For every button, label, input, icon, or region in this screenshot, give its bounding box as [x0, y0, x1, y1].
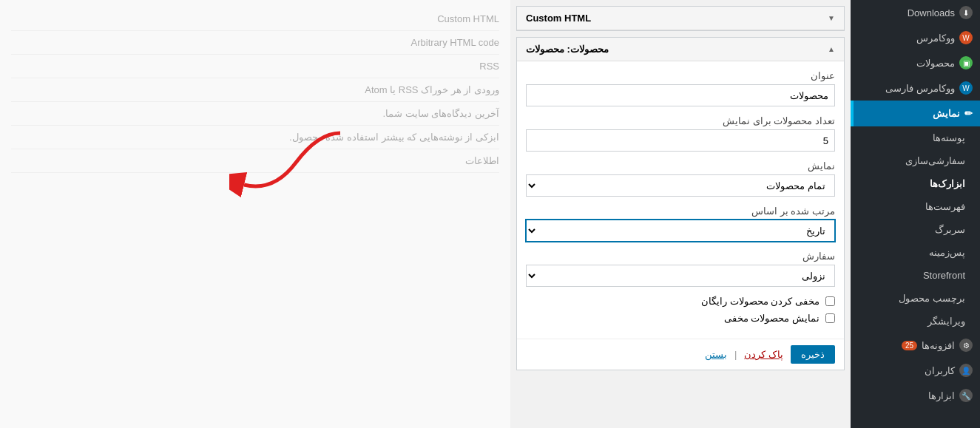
sort-field-row: مرتب شده بر اساس تاریخ	[526, 205, 835, 242]
widget-title: Custom HTML	[526, 13, 591, 24]
sidebar-item-label: پوسته‌ها	[933, 132, 965, 143]
info-rss-label: RSS	[479, 61, 499, 72]
main-area: ▼ Custom HTML ▲ محصولات: محصولات عنوان ت…	[0, 0, 851, 428]
sidebar-item-widgets[interactable]: ابزارک‌ها	[851, 172, 980, 195]
display-select[interactable]: تمام محصولات	[526, 174, 835, 197]
info-rss[interactable]: RSS	[11, 55, 499, 78]
sidebar-item-product-label[interactable]: برچسب محصول	[851, 287, 980, 310]
sidebar-item-label: فهرست‌ها	[925, 201, 965, 212]
woo-icon: W	[959, 31, 973, 44]
info-atom[interactable]: ورودی از هر خوراک RSS یا Atom	[11, 78, 499, 102]
sidebar-item-label: ابزارها	[928, 390, 955, 401]
info-details-label: اطلاعات	[465, 155, 499, 166]
sort-label: مرتب شده بر اساس	[526, 205, 835, 217]
display-label: نمایش	[526, 160, 835, 171]
sidebar: ⬇ Downloads W ووکامرس ▣ محصولات W ووکامر…	[851, 0, 980, 428]
title-label: عنوان	[526, 70, 835, 81]
sidebar-item-label: پس‌زمینه	[929, 247, 965, 258]
count-field-row: تعداد محصولات برای نمایش	[526, 115, 835, 152]
show-hidden-row: نمایش محصولات مخفی	[526, 313, 835, 324]
sidebar-item-background[interactable]: پس‌زمینه	[851, 241, 980, 264]
title-input[interactable]	[526, 84, 835, 106]
products-widget: ▲ محصولات: محصولات عنوان تعداد محصولات ب…	[516, 37, 845, 370]
sidebar-item-label: نمایش	[933, 108, 960, 119]
sidebar-item-label: ویرایشگر	[927, 316, 965, 327]
sidebar-item-label: افزونه‌ها	[922, 340, 955, 351]
widget-panel: ▼ Custom HTML ▲ محصولات: محصولات عنوان ت…	[510, 0, 851, 428]
woo-fa-icon: W	[959, 81, 973, 95]
order-field-row: سفارش نزولی	[526, 251, 835, 287]
sidebar-item-label: Storefront	[923, 270, 965, 281]
hide-free-label: مخفی کردن محصولات رایگان	[701, 296, 820, 307]
box-icon: ▣	[959, 56, 973, 69]
products-widget-content: عنوان تعداد محصولات برای نمایش نمایش تما…	[517, 61, 844, 339]
count-label: تعداد محصولات برای نمایش	[526, 115, 835, 126]
sidebar-item-label: محصولات	[916, 58, 955, 69]
sidebar-item-customize[interactable]: سفارشی‌سازی	[851, 149, 980, 172]
info-atom-label: ورودی از هر خوراک RSS یا Atom	[365, 84, 499, 95]
sidebar-item-posts[interactable]: پوسته‌ها	[851, 126, 980, 149]
widget-collapse-arrow: ▼	[828, 14, 835, 22]
sidebar-item-label: سفارشی‌سازی	[905, 155, 965, 166]
sidebar-item-appearance[interactable]: ✏ نمایش	[851, 101, 980, 126]
info-custom-html[interactable]: Custom HTML	[11, 7, 499, 31]
sidebar-item-header[interactable]: سربرگ	[851, 218, 980, 241]
sidebar-item-products[interactable]: ▣ محصولات	[851, 50, 980, 75]
sidebar-item-label: ابزارک‌ها	[930, 178, 965, 189]
sidebar-item-label: برچسب محصول	[899, 293, 965, 304]
footer-separator: |	[734, 349, 737, 360]
products-widget-arrow: ▲	[828, 45, 835, 53]
info-arbitrary-html-label: Arbitrary HTML code	[411, 37, 499, 48]
red-arrow-indicator	[229, 126, 348, 202]
sidebar-item-plugins[interactable]: ⚙ افزونه‌ها 25	[851, 333, 980, 358]
sidebar-item-woocommerce-fa[interactable]: W ووکامرس فارسی	[851, 75, 980, 101]
tools-icon: 🔧	[959, 389, 973, 402]
users-icon: 👤	[959, 364, 973, 377]
cancel-button[interactable]: پاک کردن	[744, 349, 783, 360]
sidebar-item-label: Downloads	[908, 7, 955, 18]
info-recents[interactable]: آخرین دیدگاه‌های سایت شما.	[11, 102, 499, 126]
show-hidden-label: نمایش محصولات مخفی	[724, 313, 820, 324]
brush-icon: ✏	[964, 108, 973, 119]
sidebar-item-storefront[interactable]: Storefront	[851, 264, 980, 287]
products-widget-footer: ذخیره پاک کردن | بستن	[517, 339, 844, 370]
custom-html-widget: ▼ Custom HTML	[516, 6, 845, 31]
products-widget-header[interactable]: ▲ محصولات: محصولات	[517, 38, 844, 61]
show-hidden-checkbox[interactable]	[825, 313, 835, 323]
sort-select[interactable]: تاریخ	[526, 220, 835, 242]
order-label: سفارش	[526, 251, 835, 262]
products-widget-title: محصولات: محصولات	[526, 44, 609, 55]
info-arbitrary-html[interactable]: Arbitrary HTML code	[11, 31, 499, 55]
display-field-row: نمایش تمام محصولات	[526, 160, 835, 197]
sidebar-item-menus[interactable]: فهرست‌ها	[851, 195, 980, 218]
sidebar-item-label: ووکامرس فارسی	[885, 83, 955, 94]
download-icon: ⬇	[959, 6, 973, 19]
close-button[interactable]: بستن	[705, 349, 727, 360]
sidebar-item-downloads[interactable]: ⬇ Downloads	[851, 0, 980, 25]
sidebar-item-label: سربرگ	[935, 224, 965, 235]
plugin-icon: ⚙	[959, 339, 973, 352]
hide-free-row: مخفی کردن محصولات رایگان	[526, 296, 835, 307]
order-select[interactable]: نزولی	[526, 265, 835, 287]
info-custom-html-label: Custom HTML	[437, 13, 499, 24]
sidebar-item-tools[interactable]: 🔧 ابزارها	[851, 383, 980, 408]
plugins-badge: 25	[902, 341, 917, 350]
count-input[interactable]	[526, 129, 835, 152]
title-field-row: عنوان	[526, 70, 835, 106]
custom-html-widget-header[interactable]: ▼ Custom HTML	[517, 7, 844, 30]
info-panel: Custom HTML Arbitrary HTML code RSS ورود…	[0, 0, 510, 428]
sidebar-item-users[interactable]: 👤 کاربران	[851, 358, 980, 383]
save-button[interactable]: ذخیره	[791, 345, 835, 364]
sidebar-item-woocommerce[interactable]: W ووکامرس	[851, 25, 980, 50]
sidebar-item-editor[interactable]: ویرایشگر	[851, 310, 980, 333]
sidebar-item-label: کاربران	[925, 365, 955, 376]
sidebar-item-label: ووکامرس	[916, 33, 955, 44]
hide-free-checkbox[interactable]	[825, 296, 835, 306]
info-recents-label: آخرین دیدگاه‌های سایت شما.	[383, 108, 499, 119]
